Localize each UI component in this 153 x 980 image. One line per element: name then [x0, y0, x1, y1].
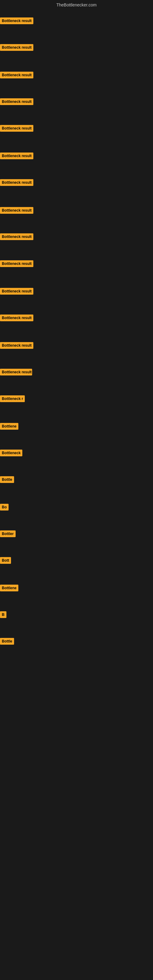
bottleneck-result-badge[interactable]: Bottleneck r [0, 395, 25, 402]
bottleneck-result-badge[interactable]: Bottleneck result [0, 288, 33, 294]
bottleneck-result-badge[interactable]: Bottleneck result [0, 260, 33, 267]
bottleneck-result-badge[interactable]: Bottle [0, 638, 14, 645]
bottleneck-result-badge[interactable]: Bottleneck result [0, 369, 32, 375]
bottleneck-result-badge[interactable]: Bottleneck result [0, 153, 33, 159]
site-title: TheBottlenecker.com [56, 2, 97, 7]
bottleneck-result-badge[interactable]: Bottleneck result [0, 18, 33, 24]
bottleneck-result-badge[interactable]: Bo [0, 504, 9, 511]
bottleneck-result-badge[interactable]: Bottleneck result [0, 72, 33, 78]
bottleneck-result-badge[interactable]: Bottleneck [0, 450, 22, 456]
bottleneck-result-badge[interactable]: Bottler [0, 530, 16, 537]
bottleneck-result-badge[interactable]: B [0, 611, 6, 618]
bottleneck-result-badge[interactable]: Bottleneck result [0, 98, 33, 105]
bottleneck-result-badge[interactable]: Bottlene [0, 585, 18, 591]
bottleneck-result-badge[interactable]: Bottleneck result [0, 207, 33, 214]
bottleneck-result-badge[interactable]: Bottleneck result [0, 342, 33, 349]
bottleneck-result-badge[interactable]: Bott [0, 557, 11, 564]
bottleneck-result-badge[interactable]: Bottleneck result [0, 233, 33, 240]
bottleneck-result-badge[interactable]: Bottlene [0, 423, 18, 430]
bottleneck-result-badge[interactable]: Bottleneck result [0, 44, 33, 51]
bottleneck-result-badge[interactable]: Bottle [0, 476, 14, 483]
bottleneck-result-badge[interactable]: Bottleneck result [0, 179, 33, 186]
bottleneck-result-badge[interactable]: Bottleneck result [0, 315, 33, 321]
bottleneck-result-badge[interactable]: Bottleneck result [0, 125, 33, 132]
